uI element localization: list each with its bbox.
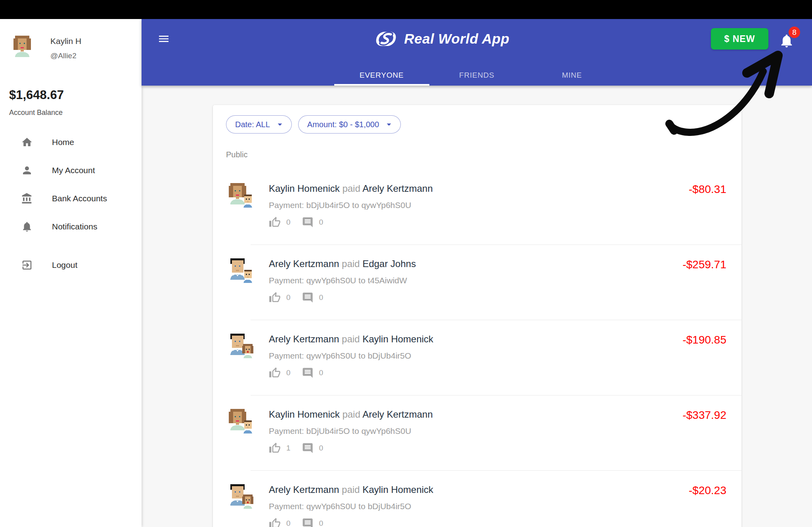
comment-icon[interactable] [302, 216, 314, 228]
action-label: paid [342, 183, 360, 194]
transaction-title: Arely Kertzmann paid Kaylin Homenick [269, 484, 631, 495]
comment-count: 0 [319, 369, 324, 377]
transaction-description: Payment: bDjUb4ir5O to qywYp6hS0U [269, 200, 631, 210]
transaction-title: Kaylin Homenick paid Arely Kertzmann [269, 183, 631, 194]
comment-count: 0 [319, 519, 324, 527]
sidebar: Kaylin H @Allie2 $1,648.67 Account Balan… [0, 19, 142, 527]
like-count: 1 [286, 444, 291, 453]
transaction-title: Arely Kertzmann paid Kaylin Homenick [269, 334, 631, 345]
header-actions: $ NEW 8 [711, 28, 797, 50]
like-icon[interactable] [269, 367, 281, 379]
sidebar-item-label: Home [52, 137, 74, 147]
sidebar-item-logout[interactable]: Logout [0, 251, 142, 279]
menu-icon [157, 32, 170, 45]
sidebar-item-my-account[interactable]: My Account [0, 156, 142, 184]
person-icon [21, 164, 33, 176]
notifications-bell-button[interactable]: 8 [779, 29, 797, 49]
sidebar-item-home[interactable]: Home [0, 128, 142, 156]
user-avatar [11, 34, 34, 57]
transaction-amount: -$20.23 [631, 471, 726, 527]
receiver-name: Arely Kertzmann [362, 183, 433, 194]
comment-icon[interactable] [302, 367, 314, 379]
transaction-row[interactable]: Arely Kertzmann paid Kaylin Homenick Pay… [213, 320, 741, 395]
transaction-amount: -$259.71 [631, 245, 726, 320]
transaction-row[interactable]: Arely Kertzmann paid Kaylin Homenick Pay… [213, 471, 741, 527]
bank-icon [21, 193, 33, 204]
sidebar-item-label: Logout [52, 260, 77, 270]
feed-tabs: EVERYONE FRIENDS MINE [142, 59, 812, 86]
action-label: paid [342, 409, 360, 420]
chevron-down-icon [275, 119, 285, 130]
date-filter-label: Date: ALL [235, 120, 270, 129]
sidebar-item-bank-accounts[interactable]: Bank Accounts [0, 184, 142, 212]
transaction-description: Payment: qywYp6hS0U to bDjUb4ir5O [269, 351, 631, 361]
hamburger-menu-button[interactable] [157, 32, 170, 45]
amount-filter-chip[interactable]: Amount: $0 - $1,000 [298, 115, 401, 134]
sidebar-item-notifications[interactable]: Notifications [0, 212, 142, 241]
sidebar-item-label: My Account [52, 166, 95, 175]
new-transaction-button[interactable]: $ NEW [711, 28, 768, 50]
like-count: 0 [286, 369, 291, 377]
transaction-row[interactable]: Kaylin Homenick paid Arely Kertzmann Pay… [213, 170, 741, 244]
comment-icon[interactable] [302, 292, 314, 304]
comment-count: 0 [319, 293, 324, 302]
transaction-amount: -$190.85 [631, 320, 726, 395]
user-handle: @Allie2 [50, 52, 81, 60]
action-label: paid [342, 334, 360, 344]
action-label: paid [342, 258, 360, 269]
transaction-title: Arely Kertzmann paid Edgar Johns [269, 258, 631, 269]
main-area: Real World App $ NEW 8 EVERYONE FRIENDS … [142, 19, 812, 527]
transaction-row[interactable]: Arely Kertzmann paid Edgar Johns Payment… [213, 245, 741, 320]
content-area: Date: ALL Amount: $0 - $1,000 Public [142, 86, 812, 527]
like-count: 0 [286, 293, 291, 302]
receiver-name: Kaylin Homenick [362, 484, 433, 495]
tab-everyone[interactable]: EVERYONE [334, 65, 429, 86]
brand: Real World App [170, 30, 711, 48]
feed-section-label: Public [226, 150, 741, 159]
like-count: 0 [286, 519, 291, 527]
comment-icon[interactable] [302, 517, 314, 527]
logout-icon [21, 259, 33, 271]
receiver-avatar [240, 343, 255, 358]
comment-count: 0 [319, 444, 324, 453]
bell-icon [21, 221, 33, 233]
date-filter-chip[interactable]: Date: ALL [226, 115, 292, 134]
sidebar-item-label: Bank Accounts [52, 194, 107, 203]
transactions-card: Date: ALL Amount: $0 - $1,000 Public [213, 105, 741, 527]
sidebar-item-label: Notifications [52, 222, 97, 231]
transaction-row[interactable]: Kaylin Homenick paid Arely Kertzmann Pay… [213, 395, 741, 470]
receiver-avatar [240, 193, 255, 208]
app-header: Real World App $ NEW 8 EVERYONE FRIENDS … [142, 19, 812, 86]
comment-icon[interactable] [302, 442, 314, 454]
like-icon[interactable] [269, 442, 281, 454]
transaction-description: Payment: bDjUb4ir5O to qywYp6hS0U [269, 426, 631, 436]
user-block: Kaylin H @Allie2 [0, 19, 142, 60]
action-label: paid [342, 484, 360, 495]
comment-count: 0 [319, 218, 324, 227]
avatar-group [226, 257, 269, 320]
transaction-meta: 1 0 [269, 442, 631, 454]
receiver-avatar [240, 418, 255, 433]
sidebar-nav: Home My Account Bank Accounts Notificati… [0, 128, 142, 279]
home-icon [21, 136, 33, 148]
receiver-name: Edgar Johns [362, 258, 416, 269]
transaction-meta: 0 0 [269, 292, 631, 304]
like-icon[interactable] [269, 292, 281, 304]
account-balance-label: Account Balance [9, 109, 142, 117]
tab-mine[interactable]: MINE [525, 65, 620, 86]
account-balance-amount: $1,648.67 [9, 88, 142, 102]
transaction-description: Payment: qywYp6hS0U to bDjUb4ir5O [269, 502, 631, 511]
like-count: 0 [286, 218, 291, 227]
transaction-amount: -$337.92 [631, 395, 726, 470]
like-icon[interactable] [269, 216, 281, 228]
amount-filter-label: Amount: $0 - $1,000 [307, 120, 379, 129]
sender-name: Kaylin Homenick [269, 409, 340, 420]
receiver-avatar [240, 268, 255, 283]
sender-name: Arely Kertzmann [269, 484, 339, 495]
tab-friends[interactable]: FRIENDS [429, 65, 525, 86]
like-icon[interactable] [269, 517, 281, 527]
app-logo-icon [372, 30, 398, 48]
toolbar: Real World App $ NEW 8 [142, 19, 812, 59]
app-title: Real World App [404, 31, 509, 47]
avatar-group [226, 332, 269, 395]
